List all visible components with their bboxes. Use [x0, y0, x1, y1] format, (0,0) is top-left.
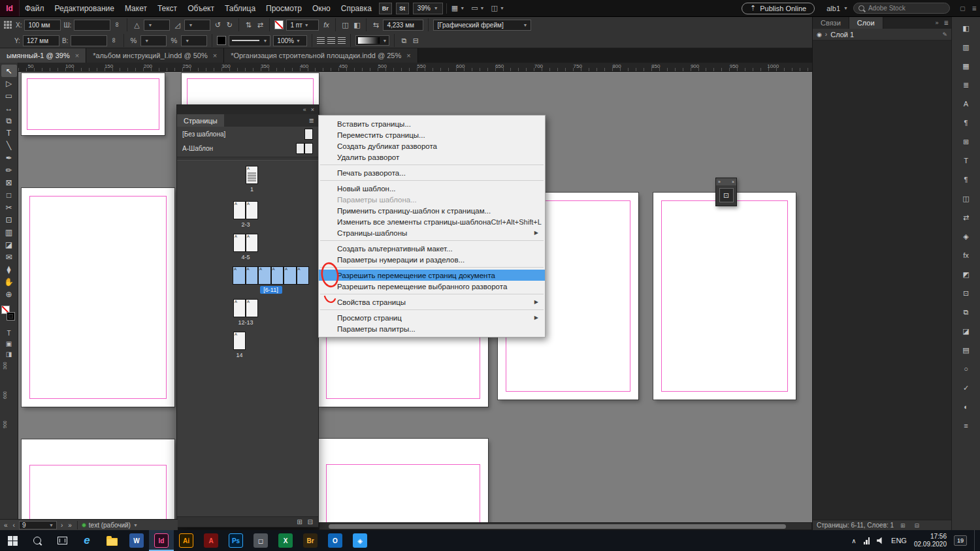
corner-options-icon[interactable]: ⧉ — [399, 37, 408, 45]
context-menu-item-9[interactable]: Применить страницу-шаблон к страницам... — [319, 205, 545, 216]
page-thumbnail[interactable]: А — [233, 234, 246, 252]
excel-icon[interactable]: X — [273, 530, 298, 551]
start-button[interactable] — [0, 530, 25, 551]
spread-label[interactable]: 4-5 — [233, 253, 258, 261]
gradient-feather-tool[interactable]: ◪ — [1, 238, 17, 251]
bridge-launcher-icon[interactable]: Br — [379, 3, 392, 14]
panel-menu-icon[interactable]: ≣ — [309, 117, 314, 124]
flip-horizontal-icon[interactable]: ⇄ — [255, 21, 265, 29]
first-page-button[interactable]: « — [3, 522, 9, 529]
master-page-row[interactable]: А-Шаблон — [177, 141, 318, 155]
formatting-affects-text-icon[interactable]: T — [1, 328, 17, 338]
transform-panel-icon[interactable]: ⊡ — [958, 286, 975, 300]
text-wrap-panel-icon[interactable]: ◫ — [958, 191, 975, 206]
line-tool[interactable]: ╲ — [1, 139, 17, 151]
publish-online-button[interactable]: ⇡Publish Online — [742, 3, 815, 14]
context-menu-item-7[interactable]: Новый шаблон... — [319, 183, 545, 194]
panel-icon[interactable]: ⊡ — [719, 188, 734, 202]
context-menu-item-22[interactable]: Параметры палитры... — [319, 323, 545, 334]
acrobat-icon[interactable]: A — [199, 530, 223, 551]
document-page[interactable] — [318, 439, 488, 524]
collapsed-floating-panel[interactable]: » × ⊡ — [715, 178, 737, 206]
document-page[interactable] — [22, 188, 174, 407]
collapse-panels-icon[interactable]: ▢ — [956, 5, 969, 12]
y-position-field[interactable]: 127 мм — [23, 35, 59, 46]
stroke-panel-icon[interactable]: ≣ — [958, 78, 975, 92]
document-tab-0[interactable]: ымянный-1 @ 39%× — [0, 48, 86, 63]
selection-tool[interactable]: ↖ — [1, 65, 17, 77]
context-menu-item-10[interactable]: Изменить все элементы страницы-шаблонаCt… — [319, 216, 545, 227]
show-desktop-button[interactable] — [974, 530, 977, 551]
type-tool[interactable]: T — [1, 127, 17, 139]
preflight-label[interactable]: text (рабочий) — [89, 522, 131, 529]
reference-point-proxy[interactable] — [4, 21, 12, 29]
media-app-icon[interactable]: ◈ — [348, 530, 372, 551]
character-styles-panel-icon[interactable]: T — [958, 153, 975, 168]
photoshop-icon[interactable]: Ps — [223, 530, 248, 551]
context-menu-item-21[interactable]: Просмотр страниц▶ — [319, 312, 545, 323]
page-thumbnail[interactable]: А — [246, 201, 258, 219]
context-menu-item-0[interactable]: Вставить страницы... — [319, 118, 545, 129]
page-thumbnail[interactable]: А — [258, 266, 271, 285]
volume-icon[interactable] — [877, 537, 884, 544]
object-styles-panel-icon[interactable]: ◈ — [958, 229, 975, 244]
document-page[interactable] — [22, 439, 174, 524]
document-tab-2[interactable]: *Организация строительной площадки.indd … — [224, 48, 418, 63]
apply-color-icon[interactable]: ▣ — [1, 338, 17, 349]
menu-item-3[interactable]: Текст — [152, 0, 182, 17]
context-menu-item-2[interactable]: Создать дубликат разворота — [319, 140, 545, 151]
layer-row[interactable]: ◉ › Слой 1 ✎ — [813, 29, 951, 40]
page-thumbnail[interactable]: А — [284, 266, 297, 285]
menu-item-7[interactable]: Окно — [307, 0, 336, 17]
stroke-color-swatch[interactable] — [274, 20, 284, 29]
scale-y-field[interactable]: ▼ — [181, 35, 207, 46]
network-icon[interactable] — [864, 537, 870, 544]
indesign-logo[interactable]: Id — [0, 0, 20, 16]
close-panel-icon[interactable]: × — [311, 106, 314, 113]
wrap-bounding-box-icon[interactable]: ◧ — [352, 21, 361, 29]
arrange-documents-button[interactable]: ◫▼ — [487, 4, 507, 12]
scripts-panel-icon[interactable]: ≡ — [958, 418, 975, 433]
constrain-proportions-icon[interactable]: ∞ — [114, 20, 122, 29]
document-page[interactable] — [653, 193, 796, 400]
visibility-eye-icon[interactable]: ◉ — [817, 31, 822, 38]
frame-fitting-icon[interactable]: ⊟ — [411, 37, 420, 45]
rotate-cw-icon[interactable]: ↻ — [225, 21, 234, 29]
menu-item-8[interactable]: Справка — [336, 0, 377, 17]
close-tab-icon[interactable]: × — [213, 52, 217, 59]
context-menu-item-13[interactable]: Создать альтернативный макет... — [319, 243, 545, 254]
page-tool[interactable]: ▭ — [1, 89, 17, 102]
search-button[interactable] — [25, 530, 50, 551]
gradient-panel-icon[interactable]: ▥ — [958, 40, 975, 54]
page-thumbnail[interactable]: А — [233, 201, 246, 219]
swatches-panel-icon[interactable]: ▦ — [958, 59, 975, 73]
context-menu-item-17[interactable]: Разрешить перемещение выбранного разворо… — [319, 281, 545, 292]
panel-tab-1[interactable]: Слои — [849, 17, 883, 29]
close-tab-icon[interactable]: × — [406, 52, 410, 59]
page-number-field[interactable]: 9 ▼ — [19, 521, 57, 529]
menu-item-4[interactable]: Объект — [182, 0, 220, 17]
master-page-row[interactable]: [Без шаблона] — [177, 127, 318, 141]
outlook-icon[interactable]: O — [323, 530, 348, 551]
menu-item-0[interactable]: Файл — [20, 0, 50, 17]
menu-item-2[interactable]: Макет — [120, 0, 152, 17]
pen-tool[interactable]: ✒ — [1, 151, 17, 164]
page-thumbnail[interactable]: А — [233, 332, 246, 350]
scale-x-field[interactable]: ▼ — [140, 35, 167, 46]
expand-arrow-icon[interactable]: › — [825, 31, 827, 38]
page-thumbnail[interactable]: А — [246, 166, 258, 184]
gradient-tool[interactable]: ▥ — [1, 226, 17, 238]
info-panel-icon[interactable]: ○ — [958, 362, 975, 376]
paragraph-styles-panel-icon[interactable]: ¶ — [958, 172, 975, 187]
gap-tool[interactable]: ↔ — [1, 102, 17, 114]
delete-layer-button[interactable]: ⊟ — [912, 522, 923, 529]
horizontal-ruler[interactable]: 5010015020025030035040045050055060065070… — [18, 63, 812, 72]
free-transform-tool[interactable]: ⊡ — [1, 213, 17, 226]
adobe-stock-search-input[interactable]: Adobe Stock — [853, 3, 950, 14]
next-page-button[interactable]: › — [59, 522, 64, 529]
page-thumbnail[interactable]: А — [233, 266, 246, 285]
task-view-button[interactable] — [50, 530, 74, 551]
paragraph-panel-icon[interactable]: ¶ — [958, 116, 975, 130]
x-position-field[interactable]: 100 мм — [24, 20, 61, 31]
stroke-swatch[interactable] — [7, 312, 15, 321]
